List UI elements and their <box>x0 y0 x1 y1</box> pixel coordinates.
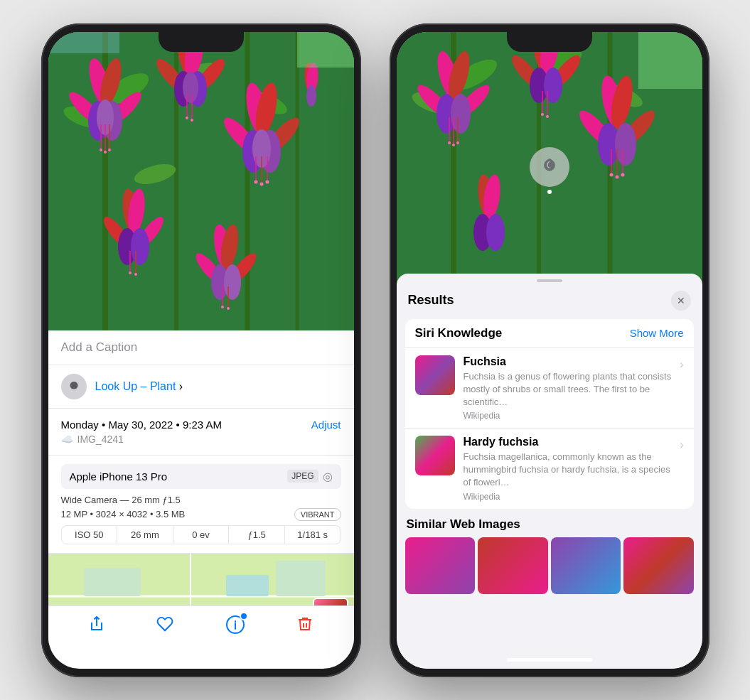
knowledge-item-fuchsia[interactable]: Fuchsia Fuchsia is a genus of flowering … <box>405 348 694 429</box>
camera-size-row: 12 MP • 3024 × 4032 • 3.5 MB VIBRANT <box>61 508 341 521</box>
siri-knowledge-title: Siri Knowledge <box>415 326 503 340</box>
svg-point-115 <box>615 123 636 166</box>
svg-point-98 <box>452 144 455 146</box>
similar-title: Similar Web Images <box>405 517 694 532</box>
fuchsia-thumbnail <box>415 355 455 395</box>
svg-rect-78 <box>276 561 326 596</box>
fuchsia-source: Wikipedia <box>464 411 672 421</box>
visual-search-icon <box>540 156 559 178</box>
svg-point-108 <box>541 113 544 116</box>
siri-knowledge-header: Siri Knowledge Show More <box>405 319 694 348</box>
svg-point-72 <box>73 387 74 388</box>
svg-point-29 <box>183 72 198 103</box>
exif-shutter: 1/181 s <box>285 526 341 544</box>
similar-section: Similar Web Images <box>405 517 694 594</box>
meta-section: Monday • May 30, 2022 • 9:23 AM Adjust ☁… <box>48 409 354 456</box>
camera-info: Apple iPhone 13 Pro JPEG ◎ Wide Camera —… <box>48 456 354 554</box>
svg-rect-70 <box>48 32 119 53</box>
visual-search-dot <box>547 190 552 194</box>
phone-notch <box>159 32 244 52</box>
svg-point-109 <box>546 115 549 118</box>
knowledge-item-hardy[interactable]: Hardy fuchsia Fuchsia magellanica, commo… <box>405 428 694 509</box>
filename: IMG_4241 <box>77 434 124 445</box>
svg-point-121 <box>621 173 624 176</box>
exif-row: ISO 50 26 mm 0 ev ƒ1.5 1/181 s <box>61 525 341 544</box>
results-close-button[interactable]: ✕ <box>671 291 691 311</box>
favorite-button[interactable] <box>156 615 173 637</box>
camera-tags: JPEG ◎ <box>287 470 332 483</box>
svg-point-55 <box>129 271 132 274</box>
lookup-icon <box>61 374 87 399</box>
results-title: Results <box>408 293 454 308</box>
svg-point-45 <box>259 182 263 185</box>
svg-point-97 <box>448 141 451 144</box>
show-more-button[interactable]: Show More <box>630 327 684 339</box>
info-button-container[interactable] <box>225 615 245 637</box>
results-header: Results ✕ <box>397 285 702 319</box>
dimensions: 12 MP • 3024 × 4032 • 3.5 MB <box>61 509 186 519</box>
svg-point-69 <box>306 85 316 107</box>
home-bar-right <box>507 658 592 662</box>
lookup-row[interactable]: Look Up – Plant › <box>48 365 354 409</box>
location-icon: ◎ <box>323 470 333 483</box>
svg-point-20 <box>100 149 102 151</box>
svg-point-22 <box>108 149 111 151</box>
hardy-chevron: › <box>680 438 683 451</box>
svg-point-66 <box>227 307 230 310</box>
siri-knowledge-section: Siri Knowledge Show More Fuchsia Fuchsia… <box>405 319 694 509</box>
visual-search-button[interactable] <box>530 147 569 187</box>
svg-rect-71 <box>297 32 354 68</box>
camera-detail: Wide Camera — 26 mm ƒ1.5 <box>61 495 341 505</box>
phone-notch-right <box>507 32 592 52</box>
photo-area-left <box>48 32 354 330</box>
svg-rect-77 <box>226 575 269 596</box>
svg-point-52 <box>131 228 149 265</box>
share-button[interactable] <box>88 615 105 637</box>
fuchsia-desc: Fuchsia is a genus of flowering plants t… <box>464 370 672 409</box>
right-screen: Results ✕ Siri Knowledge Show More <box>397 32 702 669</box>
fuchsia-text: Fuchsia Fuchsia is a genus of flowering … <box>464 355 672 421</box>
svg-point-65 <box>221 306 224 308</box>
toolbar <box>48 605 354 643</box>
svg-point-46 <box>265 180 269 183</box>
similar-image-1[interactable] <box>405 537 476 594</box>
svg-point-62 <box>224 264 241 300</box>
exif-ev: 0 ev <box>173 526 230 544</box>
svg-point-125 <box>486 214 505 251</box>
exif-focal: 26 mm <box>117 526 173 544</box>
hardy-text: Hardy fuchsia Fuchsia magellanica, commo… <box>464 436 672 502</box>
hardy-name: Hardy fuchsia <box>464 436 672 448</box>
vibrant-badge: VIBRANT <box>294 508 341 521</box>
hardy-desc: Fuchsia magellanica, commonly known as t… <box>464 451 672 490</box>
photo-date: Monday • May 30, 2022 • 9:23 AM <box>61 419 222 431</box>
similar-image-2[interactable] <box>478 537 548 594</box>
adjust-button[interactable]: Adjust <box>311 419 341 431</box>
hardy-thumbnail <box>415 436 455 475</box>
svg-point-105 <box>544 68 562 103</box>
svg-rect-126 <box>638 32 702 89</box>
delete-button[interactable] <box>296 615 314 637</box>
hardy-source: Wikipedia <box>464 492 672 502</box>
home-bar-left <box>159 658 244 662</box>
svg-point-56 <box>134 273 137 276</box>
exif-aperture: ƒ1.5 <box>229 526 285 544</box>
cloud-icon: ☁️ <box>61 434 73 445</box>
similar-image-4[interactable] <box>623 537 694 594</box>
lookup-label: Look Up – Plant › <box>95 380 183 393</box>
results-panel: Results ✕ Siri Knowledge Show More <box>397 274 702 669</box>
svg-point-44 <box>254 180 257 183</box>
format-tag: JPEG <box>287 470 318 483</box>
exif-iso: ISO 50 <box>62 526 118 544</box>
caption-placeholder: Add a Caption <box>61 340 138 354</box>
info-badge <box>240 612 248 620</box>
photo-area-right <box>397 32 702 302</box>
camera-model-row: Apple iPhone 13 Pro JPEG ◎ <box>61 464 341 489</box>
svg-point-99 <box>456 141 459 144</box>
camera-model: Apple iPhone 13 Pro <box>70 470 168 483</box>
caption-area[interactable]: Add a Caption <box>48 330 354 365</box>
similar-image-3[interactable] <box>551 537 621 594</box>
sheet-handle <box>537 279 562 282</box>
svg-rect-76 <box>84 568 141 596</box>
svg-point-119 <box>609 173 613 176</box>
fuchsia-chevron: › <box>680 358 683 371</box>
